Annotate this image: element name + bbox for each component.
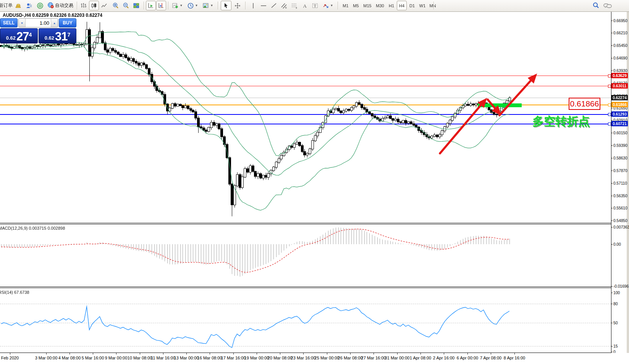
sell-price-big: 27 xyxy=(16,31,29,42)
panel-separator[interactable] xyxy=(0,223,611,223)
zoom-out-button[interactable] xyxy=(121,1,131,10)
timeframe-W1[interactable]: W1 xyxy=(417,1,427,10)
search-icon xyxy=(592,2,600,9)
tag-connector-square xyxy=(608,74,611,77)
volume-input[interactable] xyxy=(26,19,51,27)
tile-windows-button[interactable] xyxy=(131,1,141,10)
crosshair-tool-button[interactable] xyxy=(232,1,243,10)
ohlc-bars-icon xyxy=(80,2,87,9)
sell-price-button[interactable]: 0.62 27 4 xyxy=(0,28,38,43)
tag-connector-square xyxy=(608,103,611,106)
clock-icon xyxy=(187,2,194,9)
timeframe-M15[interactable]: M15 xyxy=(361,1,374,10)
one-click-trading-widget: SELL ▼ ▲ BUY 0.62 27 4 0.62 31 7 xyxy=(0,18,76,43)
axis-tick-mark xyxy=(611,323,613,323)
tag-connector-square xyxy=(608,85,611,88)
zoom-in-button[interactable] xyxy=(111,1,121,10)
time-tick-label: 23 Mar 16:00 xyxy=(291,356,316,360)
toolbar-separator xyxy=(338,2,338,10)
time-tick-label: 19 Mar 00:00 xyxy=(244,356,269,360)
indicators-button[interactable]: ▼ xyxy=(170,1,184,10)
timeframe-H1[interactable]: H1 xyxy=(386,1,396,10)
timeframe-H4[interactable]: H4 xyxy=(397,1,407,10)
autotrading-button[interactable]: 自动交易 xyxy=(46,1,75,10)
axis-tick-mark xyxy=(611,293,613,293)
arrows-tool-button[interactable]: ▼ xyxy=(320,1,335,10)
time-tick-label: 2 Apr 16:00 xyxy=(433,356,454,360)
cursor-tool-button[interactable] xyxy=(221,1,231,10)
indicator-tick-label: -0.01696 xyxy=(613,284,629,288)
time-tick-label: 9 Mar 00:00 xyxy=(105,356,128,360)
svg-text:E: E xyxy=(285,6,287,9)
green-support-bar xyxy=(478,103,522,107)
auto-scroll-button[interactable] xyxy=(146,1,156,10)
new-order-label: 新订单 xyxy=(0,2,13,9)
chat-button[interactable] xyxy=(602,1,613,10)
price-axis-line xyxy=(611,11,611,353)
panel-separator[interactable] xyxy=(0,288,611,288)
candlestick-mode-button[interactable] xyxy=(89,1,99,10)
axis-tick-mark xyxy=(611,171,613,171)
data-window-button[interactable] xyxy=(24,1,34,10)
time-tick-mark xyxy=(303,353,304,354)
sell-button[interactable]: SELL xyxy=(0,18,18,27)
panel-separator[interactable] xyxy=(0,287,611,287)
templates-button[interactable]: ▼ xyxy=(201,1,215,10)
chart-shift-button[interactable] xyxy=(156,1,166,10)
time-tick-label: 20 Mar 08:00 xyxy=(268,356,293,360)
time-tick-mark xyxy=(444,353,444,354)
price-tag-0.62274: 0.62274 xyxy=(611,95,628,100)
fibonacci-tool-button[interactable]: F xyxy=(289,1,299,10)
time-tick-label: 26 Mar 08:00 xyxy=(338,356,363,360)
chevron-down-icon: ▼ xyxy=(195,4,198,7)
panel-separator[interactable] xyxy=(0,224,611,224)
buy-price-button[interactable]: 0.62 31 7 xyxy=(39,28,76,43)
text-label-tool-button[interactable]: T xyxy=(310,1,320,10)
navigator-button[interactable] xyxy=(35,1,45,10)
mt4-window: 新订单 自动交易 xyxy=(0,0,629,364)
price-tick-label: 0.64690 xyxy=(613,56,629,60)
volume-spinner: ▼ ▲ xyxy=(18,18,58,27)
volume-increase-button[interactable]: ▲ xyxy=(51,19,58,27)
time-tick-mark xyxy=(140,353,140,354)
line-chart-mode-button[interactable] xyxy=(99,1,109,10)
equidistant-channel-icon: E xyxy=(281,2,288,9)
timeframe-MN[interactable]: MN xyxy=(428,1,438,10)
trendline-tool-button[interactable] xyxy=(269,1,279,10)
timeframe-M1[interactable]: M1 xyxy=(341,1,351,10)
axis-tick-mark xyxy=(611,33,613,33)
time-tick-mark xyxy=(327,353,327,354)
timeframe-D1[interactable]: D1 xyxy=(407,1,417,10)
timeframe-M5[interactable]: M5 xyxy=(351,1,361,10)
timeframe-M30[interactable]: M30 xyxy=(374,1,386,10)
toolbar-separator xyxy=(77,2,78,10)
globe-stop-icon xyxy=(47,2,54,10)
auto-scroll-icon xyxy=(147,2,154,9)
horizontal-line-tool-button[interactable] xyxy=(259,1,268,10)
axis-tick-mark xyxy=(611,21,613,21)
time-tick-label: 13 Mar 00:00 xyxy=(174,356,199,360)
candlestick-icon xyxy=(91,2,97,9)
price-tick-label: 0.60150 xyxy=(613,130,629,135)
cn-annotation-text: 多空转折点 xyxy=(532,114,590,129)
market-watch-button[interactable] xyxy=(14,1,24,10)
bar-chart-mode-button[interactable] xyxy=(79,1,89,10)
vertical-line-tool-button[interactable] xyxy=(248,1,258,10)
periods-button[interactable]: ▼ xyxy=(186,1,199,10)
price-tag-0.63011: 0.63011 xyxy=(611,83,628,89)
time-tick-mark xyxy=(257,353,257,354)
toolbar-separator xyxy=(168,2,169,10)
search-button[interactable] xyxy=(590,1,601,10)
macd-canvas xyxy=(0,224,611,287)
buy-price-small: 0.62 xyxy=(45,34,54,42)
chart-shift-icon xyxy=(158,2,165,9)
volume-decrease-button[interactable]: ▼ xyxy=(19,19,26,27)
axis-tick-mark xyxy=(611,158,613,158)
channel-tool-button[interactable]: E xyxy=(279,1,289,10)
buy-label: BUY xyxy=(63,20,72,26)
time-tick-mark xyxy=(93,353,93,354)
person-chart-icon xyxy=(26,2,33,9)
text-tool-button[interactable]: A xyxy=(300,1,310,10)
buy-button[interactable]: BUY xyxy=(59,18,76,27)
add-indicator-icon xyxy=(172,2,179,9)
